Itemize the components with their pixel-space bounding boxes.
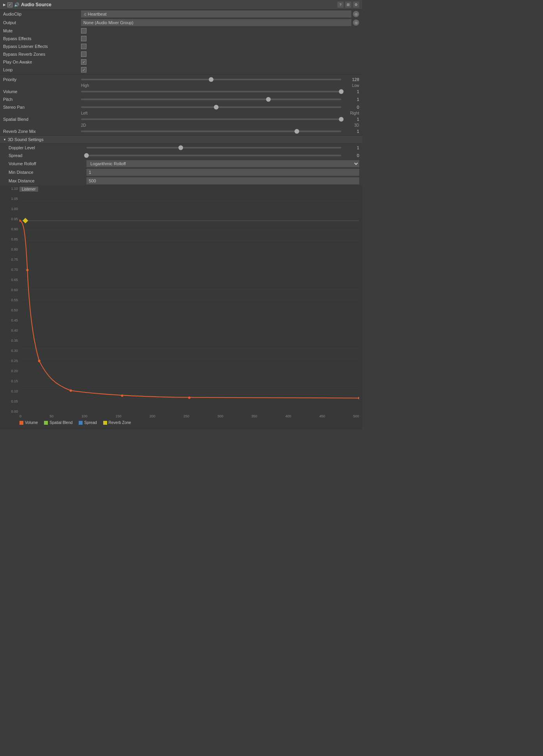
play-on-awake-field: ✓ [81,59,359,65]
section-collapse-icon: ▼ [3,138,6,141]
max-distance-value[interactable]: 500 [86,177,359,184]
stereo-pan-slider-container[interactable] [81,106,341,108]
min-distance-field: 1 [86,169,359,176]
volume-track [81,91,341,92]
spatial-blend-thumb[interactable] [339,117,344,122]
priority-value: 128 [344,77,359,82]
component-header: ▶ ✓ 🔊 Audio Source ? ⊞ ⚙ [0,0,362,10]
reverb-zone-marker[interactable] [23,218,28,223]
loop-checkbox[interactable]: ✓ [81,67,86,72]
stereo-pan-track [81,106,341,108]
mute-row: Mute [0,27,362,35]
loop-field: ✓ [81,67,359,72]
spatial-blend-track [81,118,341,120]
y-axis: 1.10 1.05 1.00 0.95 0.90 0.85 0.80 0.75 … [3,187,19,413]
output-value[interactable]: None (Audio Mixer Group) [81,19,351,26]
play-on-awake-checkbox[interactable]: ✓ [81,59,86,65]
bypass-listener-row: Bypass Listener Effects [0,42,362,50]
spread-track [86,155,341,156]
svg-point-26 [121,394,123,397]
stereo-pan-value: 0 [344,105,359,110]
sound-settings-header[interactable]: ▼ 3D Sound Settings [0,135,362,144]
rolloff-chart-svg[interactable] [19,187,359,413]
priority-thumb[interactable] [209,77,213,82]
volume-value: 1 [344,89,359,94]
stereo-pan-row: Stereo Pan 0 [0,103,362,111]
pitch-slider-container[interactable] [81,99,341,100]
volume-rolloff-row: Volume Rolloff Logarithmic Rolloff [0,159,362,168]
doppler-field: 1 [86,145,359,150]
sound-settings-label: 3D Sound Settings [8,137,44,142]
bypass-reverb-row: Bypass Reverb Zones [0,50,362,58]
output-label: Output [3,20,81,25]
spatial-blend-3d-label: 3D [354,123,359,127]
stereo-pan-thumb[interactable] [214,105,219,110]
pitch-field: 1 [81,97,359,102]
mute-checkbox[interactable] [81,28,86,34]
pitch-value: 1 [344,97,359,102]
priority-slider-container[interactable] [81,79,341,80]
icon-help[interactable]: ? [337,2,344,8]
output-row: Output None (Audio Mixer Group) ◎ [0,18,362,27]
priority-field: 128 [81,77,359,82]
legend-spatial-box [44,421,48,425]
volume-field: 1 [81,89,359,94]
svg-point-24 [38,360,41,362]
spread-slider-container[interactable] [86,155,341,156]
doppler-slider-container[interactable] [86,147,341,148]
bypass-reverb-field [81,51,359,57]
reverb-zone-label: Reverb Zone Mix [3,129,81,134]
mute-field [81,28,359,34]
output-circle-btn[interactable]: ◎ [353,19,359,26]
bypass-effects-field [81,36,359,41]
priority-label: Priority [3,77,81,82]
bypass-reverb-label: Bypass Reverb Zones [3,52,81,57]
reverb-zone-thumb[interactable] [294,129,299,134]
icon-grid[interactable]: ⊞ [345,2,351,8]
component-enabled-checkbox[interactable]: ✓ [7,2,12,7]
spread-field: 0 [86,153,359,158]
bypass-effects-row: Bypass Effects [0,35,362,42]
header-icons: ? ⊞ ⚙ [337,2,359,8]
bypass-effects-checkbox[interactable] [81,36,86,41]
play-on-awake-row: Play On Awake ✓ [0,58,362,66]
bypass-reverb-checkbox[interactable] [81,51,86,57]
spread-value: 0 [344,153,359,158]
legend-spread-item: Spread [79,420,97,425]
audioclip-circle-btn[interactable]: ◎ [353,11,359,17]
reverb-zone-track [81,131,341,132]
icon-settings[interactable]: ⚙ [353,2,359,8]
pitch-thumb[interactable] [266,97,271,102]
pitch-row: Pitch 1 [0,95,362,103]
svg-point-25 [70,389,72,392]
volume-rolloff-select[interactable]: Logarithmic Rolloff [86,160,359,167]
bypass-listener-label: Bypass Listener Effects [3,44,81,49]
stereo-pan-field: 0 [81,105,359,110]
play-on-awake-label: Play On Awake [3,60,81,64]
legend-volume-box [19,421,23,425]
output-field: None (Audio Mixer Group) ◎ [81,19,359,26]
audioclip-value[interactable]: ♫ Heartbeat [81,11,351,18]
volume-thumb[interactable] [339,89,344,94]
doppler-thumb[interactable] [178,145,183,150]
loop-row: Loop ✓ [0,66,362,74]
legend-reverb-item: Reverb Zone [103,420,131,425]
spatial-blend-slider-container[interactable] [81,118,341,120]
audioclip-row: AudioClip ♫ Heartbeat ◎ [0,10,362,18]
min-distance-value[interactable]: 1 [86,169,359,176]
svg-point-28 [358,397,359,399]
doppler-label: Doppler Level [9,145,86,150]
spread-row: Spread 0 [0,152,362,159]
reverb-zone-slider-container[interactable] [81,131,341,132]
rolloff-chart: 1.10 1.05 1.00 0.95 0.90 0.85 0.80 0.75 … [0,185,362,429]
bypass-listener-checkbox[interactable] [81,44,86,49]
collapse-arrow[interactable]: ▶ [3,3,6,7]
legend-volume-label: Volume [25,420,38,425]
max-distance-label: Max Distance [9,178,86,183]
audio-source-icon: 🔊 [14,2,19,7]
spread-thumb[interactable] [84,153,89,158]
legend-volume-item: Volume [19,420,38,425]
legend-spread-label: Spread [84,420,97,425]
volume-slider-container[interactable] [81,91,341,92]
mute-label: Mute [3,28,81,33]
